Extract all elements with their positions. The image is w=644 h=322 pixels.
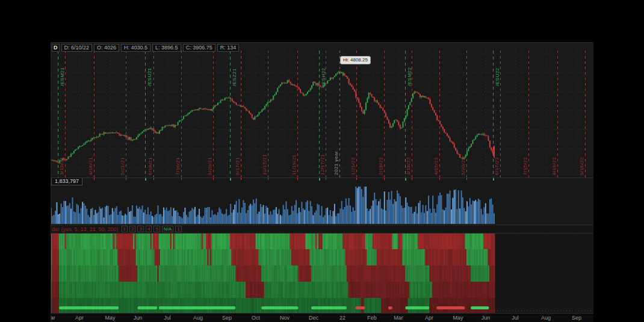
indicator-chip-5: 5 — [153, 226, 159, 232]
heatmap-grid-vline — [546, 234, 546, 314]
volume-readout: 1,833,797 — [51, 178, 82, 185]
heatmap-grid-vline — [577, 234, 577, 314]
volume-expiration-tick — [297, 178, 298, 180]
date-chip: D: 6/10/22 — [61, 44, 93, 52]
axis-month-label: Nov — [280, 315, 289, 321]
expiration-date-label: 10/15/21 — [262, 138, 267, 175]
axis-month-label: Mar — [394, 315, 403, 321]
aggregation-chip[interactable]: D — [52, 44, 60, 52]
ma-order-heatmap-panel[interactable] — [51, 234, 593, 314]
contract-symbol-label: /ESH22 — [321, 51, 326, 86]
axis-month-label: Feb — [367, 315, 377, 321]
indicator-header[interactable]: der (yes, 5, 13, 21, 50, 200) 1 2 3 4 5 … — [51, 225, 593, 234]
volume-contract-tick — [405, 178, 406, 181]
volume-expiration-tick — [213, 178, 214, 180]
expiration-date-label: 5/20/22 — [460, 138, 466, 175]
axis-month-label: Sep — [222, 315, 232, 321]
price-panel[interactable]: 3/19/214/16/215/21/216/18/217/16/218/20/… — [51, 42, 593, 178]
expiration-date-label: 3/19/21 — [59, 138, 64, 175]
axis-month-label: Aug — [541, 315, 551, 321]
volume-expiration-tick — [356, 178, 357, 180]
axis-month-label: Jul — [512, 315, 519, 321]
trading-app-canvas: 3/19/214/16/215/21/216/18/217/16/218/20/… — [0, 0, 644, 322]
ohlc-readout: D D: 6/10/22 O: 4026 H: 4030.5 L: 3896.5… — [52, 44, 239, 52]
axis-month-label: Aug — [193, 315, 203, 321]
indicator-chip-3: 3 — [137, 226, 143, 232]
volume-expiration-tick — [181, 178, 182, 180]
high-chip: H: 4030.5 — [121, 44, 150, 52]
volume-expiration-tick — [94, 178, 94, 180]
high-tooltip: Hi: 4808.25 — [340, 56, 371, 64]
expiration-date-label: 3/18/22 — [406, 138, 411, 175]
contract-symbol-label: /ESM21 — [60, 51, 65, 86]
volume-bars-svg — [51, 178, 593, 225]
low-chip: L: 3896.5 — [152, 44, 181, 52]
contract-symbol-label: /ESZ21 — [232, 51, 237, 86]
axis-month-label: May — [453, 315, 463, 321]
volume-expiration-tick — [126, 178, 126, 180]
expiration-date-label: 7/15/22 — [522, 138, 528, 175]
expiration-date-label: 7/16/21 — [175, 138, 181, 175]
indicator-chip-2: 2 — [129, 226, 135, 232]
axis-month-label: 22 — [339, 315, 345, 321]
volume-expiration-tick — [241, 178, 241, 180]
expiration-date-label: 1/21/22 — [350, 138, 356, 175]
expiration-date-label: 5/21/21 — [120, 138, 125, 175]
volume-expiration-tick — [466, 178, 467, 180]
close-chip: C: 3906.75 — [183, 44, 215, 52]
contract-symbol-label: /ESM22 — [407, 51, 412, 86]
indicator-chip-na: N/A — [162, 226, 173, 232]
volume-contract-tick — [145, 178, 146, 181]
axis-month-label: Apr — [75, 315, 84, 321]
expiration-date-label: 4/16/21 — [88, 138, 93, 175]
indicator-title: der (yes, 5, 13, 21, 50, 200) — [52, 226, 119, 232]
expiration-date-label: 2/18/22 — [378, 138, 383, 175]
axis-month-label: Mar — [51, 315, 55, 321]
volume-contract-tick — [493, 178, 494, 181]
expiration-date-label: 8/20/21 — [207, 138, 212, 175]
indicator-chip-4: 4 — [146, 226, 152, 232]
heatmap-svg — [51, 234, 593, 314]
indicator-chip-1: 1 — [122, 226, 128, 232]
axis-month-label: May — [105, 315, 115, 321]
expiration-date-label: 9/17/21 — [235, 138, 240, 175]
volume-expiration-tick — [439, 178, 440, 180]
contract-symbol-label: /ESU22 — [495, 51, 500, 86]
volume-panel[interactable]: 1,833,797 — [51, 178, 593, 225]
time-axis[interactable]: MarAprMayJunJulAugSepOctNovDec22FebMarAp… — [51, 314, 593, 322]
open-chip: O: 4026 — [94, 44, 119, 52]
expiration-date-label: 8/19/22 — [551, 138, 557, 175]
axis-month-label: Apr — [425, 315, 433, 321]
axis-month-label: Jul — [164, 315, 171, 321]
expiration-date-label: 6/17/22 — [494, 138, 500, 175]
expiration-date-label: 11/19/21 — [291, 138, 297, 175]
volume-expiration-tick — [384, 178, 385, 180]
axis-month-label: Oct — [252, 315, 260, 321]
expiration-date-label: 4/15/22 — [433, 138, 439, 175]
volume-contract-tick — [319, 178, 320, 181]
year-label: 2021 year — [333, 138, 339, 175]
expiration-date-label: 9/16/22 — [579, 138, 584, 175]
heatmap-baseline-dotted — [494, 311, 593, 311]
axis-month-label: Dec — [309, 315, 318, 321]
indicator-chip-last: 1 — [175, 226, 181, 232]
expiration-date-label: 6/18/21 — [147, 138, 153, 175]
volume-expiration-tick — [153, 178, 154, 180]
contract-symbol-label: /ESU21 — [147, 51, 152, 86]
expiration-date-label: 12/17/21 — [320, 138, 325, 175]
chart-window[interactable]: 3/19/214/16/215/21/216/18/217/16/218/20/… — [51, 42, 593, 322]
range-chip: R: 134 — [217, 44, 240, 52]
axis-month-label: Sep — [572, 315, 581, 321]
axis-month-label: Jun — [134, 315, 143, 321]
axis-month-label: Jun — [481, 315, 491, 321]
volume-expiration-tick — [268, 178, 268, 180]
volume-expiration-tick — [326, 178, 326, 180]
volume-contract-tick — [230, 178, 231, 181]
heatmap-grid-vline — [515, 234, 516, 314]
volume-expiration-tick — [412, 178, 412, 180]
